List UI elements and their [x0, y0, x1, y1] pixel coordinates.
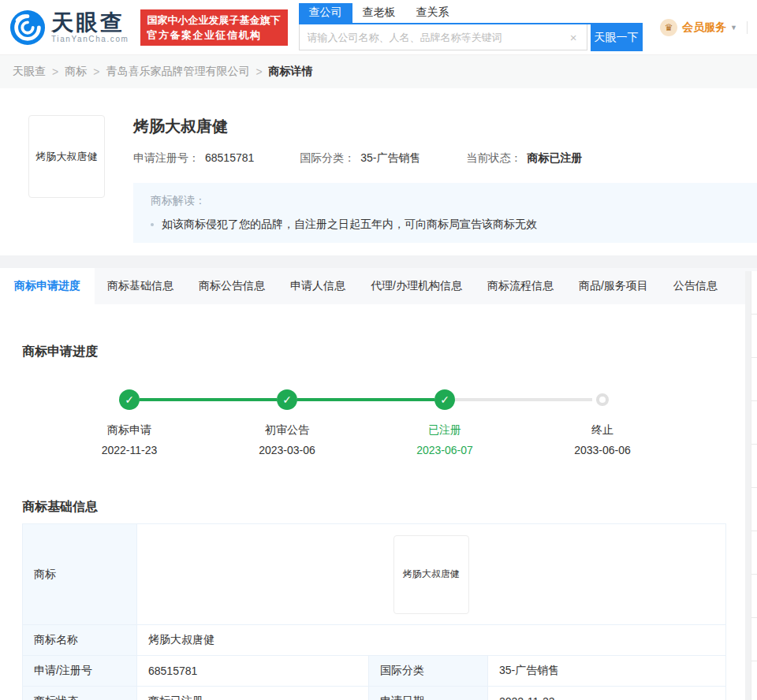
meta-intl-class: 国际分类：35-广告销售 [300, 151, 420, 166]
breadcrumb-separator: > [93, 65, 99, 78]
breadcrumb-home[interactable]: 天眼查 [13, 65, 46, 79]
interpretation-text: 如该商标侵犯了您的品牌，自注册之日起五年内，可向商标局宣告该商标无效 [162, 218, 537, 232]
meta-current-status: 当前状态：商标已注册 [467, 151, 583, 166]
top-header: 天眼查 TianYanCha.com 国家中小企业发展子基金旗下 官方备案企业征… [0, 0, 757, 55]
search-button[interactable]: 天眼一下 [591, 24, 643, 51]
step-name: 终止 [524, 423, 681, 438]
search-block: 查公司 查老板 查关系 × 天眼一下 [299, 3, 643, 51]
timeline-step-preliminary: ✓ 初审公告 2023-03-06 [208, 389, 366, 456]
timeline-step-apply: ✓ 商标申请 2022-11-23 [50, 389, 208, 456]
tab-application-progress[interactable]: 商标申请进度 [0, 268, 95, 304]
breadcrumb-separator: > [52, 65, 58, 78]
search-row: × 天眼一下 [299, 24, 643, 51]
vip-service-menu[interactable]: ♛ 会员服务 ▼ [660, 19, 737, 36]
tianyancha-logo[interactable]: 天眼查 TianYanCha.com [9, 9, 129, 46]
timeline-step-registered: ✓ 已注册 2023-06-07 [366, 389, 524, 456]
search-tab-company[interactable]: 查公司 [299, 3, 352, 23]
logo-text: 天眼查 TianYanCha.com [51, 11, 129, 43]
interpretation-title: 商标解读： [151, 194, 741, 208]
check-icon: ✓ [434, 389, 455, 410]
breadcrumb: 天眼查 > 商标 > 青岛喜乐家品牌管理有限公司 > 商标详情 [0, 55, 757, 88]
trademark-image: 烤肠大叔唐健 [28, 115, 105, 198]
search-input-wrap: × [299, 24, 587, 50]
meta-reg-number: 申请注册号：68515781 [133, 151, 254, 166]
pending-dot-icon [596, 393, 609, 406]
progress-timeline: ✓ 商标申请 2022-11-23 ✓ 初审公告 2023-03-06 ✓ [50, 389, 735, 456]
side-panel-edge [751, 271, 757, 700]
step-date: 2022-11-23 [50, 444, 208, 456]
section-gap [0, 255, 757, 268]
step-date: 2033-06-06 [524, 444, 681, 456]
crown-icon: ♛ [660, 19, 677, 36]
step-date: 2023-06-07 [366, 444, 524, 456]
table-row: 商标名称 烤肠大叔唐健 [23, 625, 726, 656]
step-name: 初审公告 [208, 423, 366, 438]
step-date: 2023-03-06 [208, 444, 366, 456]
right-edge-panel [745, 271, 757, 700]
trademark-image-text: 烤肠大叔唐健 [36, 150, 98, 164]
brand-domain: TianYanCha.com [51, 35, 129, 43]
clear-icon[interactable]: × [569, 31, 579, 44]
cell-label: 商标 [23, 524, 137, 625]
search-tab-boss[interactable]: 查老板 [352, 3, 406, 23]
badge-line2: 官方备案企业征信机构 [147, 28, 281, 43]
trademark-title: 烤肠大叔唐健 [133, 115, 757, 137]
step-name: 商标申请 [50, 423, 208, 438]
chevron-down-icon: ▼ [730, 24, 737, 32]
timeline-step-termination: 终止 2033-06-06 [524, 389, 681, 456]
breadcrumb-current: 商标详情 [269, 65, 313, 79]
basic-info-heading: 商标基础信息 [22, 499, 735, 516]
tianyancha-eye-icon [9, 9, 46, 46]
breadcrumb-trademark[interactable]: 商标 [65, 65, 87, 79]
cell-label: 商标状态 [23, 687, 137, 700]
page: 天眼查 TianYanCha.com 国家中小企业发展子基金旗下 官方备案企业征… [0, 0, 757, 700]
check-icon: ✓ [119, 389, 140, 410]
cell-value: 商标已注册 [137, 687, 369, 700]
breadcrumb-separator: > [255, 65, 262, 78]
vip-service-label: 会员服务 [682, 20, 726, 35]
badge-line1: 国家中小企业发展子基金旗下 [147, 13, 281, 28]
search-input[interactable] [308, 32, 569, 43]
bullet-dot-icon [151, 223, 154, 226]
tab-basic-info[interactable]: 商标基础信息 [95, 268, 186, 304]
cell-value: 35-广告销售 [488, 656, 726, 687]
tab-gazette-info[interactable]: 商标公告信息 [186, 268, 278, 304]
search-tabs: 查公司 查老板 查关系 [299, 3, 643, 24]
table-row: 申请/注册号 68515781 国际分类 35-广告销售 [23, 656, 726, 687]
tab-announcement-info[interactable]: 公告信息 [661, 268, 730, 304]
cell-value: 68515781 [137, 656, 369, 687]
progress-heading: 商标申请进度 [22, 344, 735, 360]
cell-value: 烤肠大叔唐健 [137, 625, 726, 656]
cell-label: 申请日期 [369, 687, 488, 700]
trademark-interpretation-box: 商标解读： 如该商标侵犯了您的品牌，自注册之日起五年内，可向商标局宣告该商标无效 [133, 183, 757, 243]
interpretation-item: 如该商标侵犯了您的品牌，自注册之日起五年内，可向商标局宣告该商标无效 [151, 218, 741, 232]
check-icon: ✓ [277, 389, 297, 410]
page-background-strip [745, 271, 751, 700]
search-tab-relation[interactable]: 查关系 [406, 3, 460, 23]
step-name: 已注册 [366, 423, 524, 438]
official-badge: 国家中小企业发展子基金旗下 官方备案企业征信机构 [140, 9, 288, 46]
breadcrumb-company[interactable]: 青岛喜乐家品牌管理有限公司 [106, 65, 249, 79]
cell-label: 申请/注册号 [23, 656, 137, 687]
tab-agency-info[interactable]: 代理/办理机构信息 [358, 268, 475, 304]
detail-tabbar: 商标申请进度 商标基础信息 商标公告信息 申请人信息 代理/办理机构信息 商标流… [0, 268, 757, 304]
basic-info-table: 商标 烤肠大叔唐健 商标名称 烤肠大叔唐健 申请/注册号 68515781 国际… [22, 523, 726, 700]
trademark-image-small: 烤肠大叔唐健 [393, 535, 469, 614]
main-content: 商标申请进度 ✓ 商标申请 2022-11-23 ✓ 初审公告 2023-03-… [0, 344, 757, 700]
cell-label: 商标名称 [23, 625, 137, 656]
tab-goods-services[interactable]: 商品/服务项目 [566, 268, 661, 304]
tab-process-info[interactable]: 商标流程信息 [475, 268, 566, 304]
cell-label: 国际分类 [369, 656, 488, 687]
table-row: 商标 烤肠大叔唐健 [23, 524, 726, 625]
tab-applicant-info[interactable]: 申请人信息 [278, 268, 358, 304]
table-row: 商标状态 商标已注册 申请日期 2022-11-23 [23, 687, 726, 700]
trademark-summary-card: 烤肠大叔唐健 烤肠大叔唐健 申请注册号：68515781 国际分类：35-广告销… [0, 88, 757, 255]
trademark-meta: 申请注册号：68515781 国际分类：35-广告销售 当前状态：商标已注册 [133, 151, 757, 166]
cell-value: 2022-11-23 [488, 687, 726, 700]
trademark-summary-right: 烤肠大叔唐健 申请注册号：68515781 国际分类：35-广告销售 当前状态：… [133, 115, 757, 243]
brand-name: 天眼查 [51, 11, 129, 35]
cell-trademark-image: 烤肠大叔唐健 [137, 524, 726, 625]
header-divider [747, 21, 748, 34]
